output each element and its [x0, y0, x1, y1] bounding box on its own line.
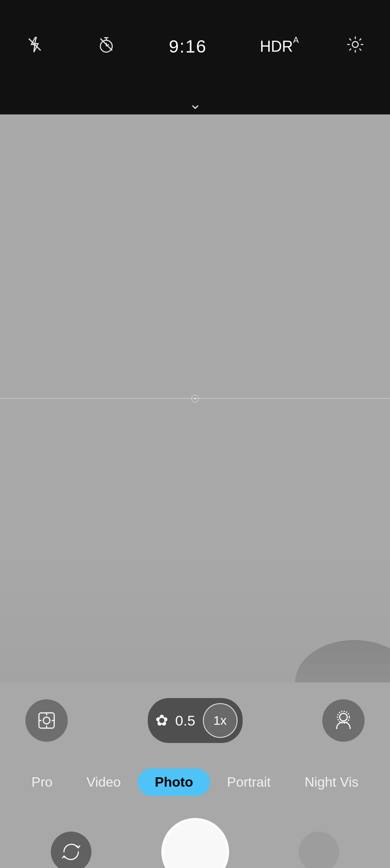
- zoom-1x-button[interactable]: 1x: [203, 703, 238, 738]
- camera-time-display: 9:16: [169, 36, 207, 57]
- flash-off-button[interactable]: [25, 35, 44, 58]
- camera-viewfinder: [0, 114, 390, 682]
- settings-button[interactable]: [346, 35, 365, 58]
- tab-night-vis[interactable]: Night Vis: [288, 768, 375, 796]
- hdr-button[interactable]: HDRA: [260, 38, 293, 56]
- tab-photo[interactable]: Photo: [138, 768, 210, 796]
- horizon-center: [191, 395, 199, 402]
- portrait-mode-button[interactable]: [322, 699, 365, 742]
- zoom-row: ✿ 0.5 1x: [0, 682, 390, 759]
- bottom-controls: ✿ 0.5 1x Pro Video Photo Portrait Night …: [0, 682, 390, 868]
- flip-camera-button[interactable]: [51, 832, 91, 868]
- mode-tabs: Pro Video Photo Portrait Night Vis: [0, 759, 390, 805]
- tab-pro[interactable]: Pro: [14, 768, 69, 796]
- zoom-value: 0.5: [175, 712, 196, 729]
- macro-icon: ✿: [155, 712, 168, 729]
- horizon-line: [0, 398, 390, 399]
- shutter-button[interactable]: [161, 818, 229, 868]
- timer-off-button[interactable]: [97, 35, 116, 58]
- svg-point-9: [43, 717, 50, 724]
- svg-point-7: [352, 42, 358, 47]
- shutter-row: [0, 805, 390, 868]
- tab-video[interactable]: Video: [69, 768, 138, 796]
- focus-mode-button[interactable]: [25, 699, 68, 742]
- svg-point-14: [340, 713, 347, 721]
- zoom-pill[interactable]: ✿ 0.5 1x: [148, 698, 243, 743]
- top-bar: 9:16 HDRA: [0, 0, 390, 93]
- scene-shadow: [271, 598, 390, 682]
- chevron-down-icon[interactable]: ⌄: [189, 95, 202, 113]
- tab-portrait[interactable]: Portrait: [210, 768, 288, 796]
- chevron-row[interactable]: ⌄: [0, 93, 390, 114]
- zoom-1x-label: 1x: [213, 713, 227, 728]
- gallery-button[interactable]: [299, 832, 339, 868]
